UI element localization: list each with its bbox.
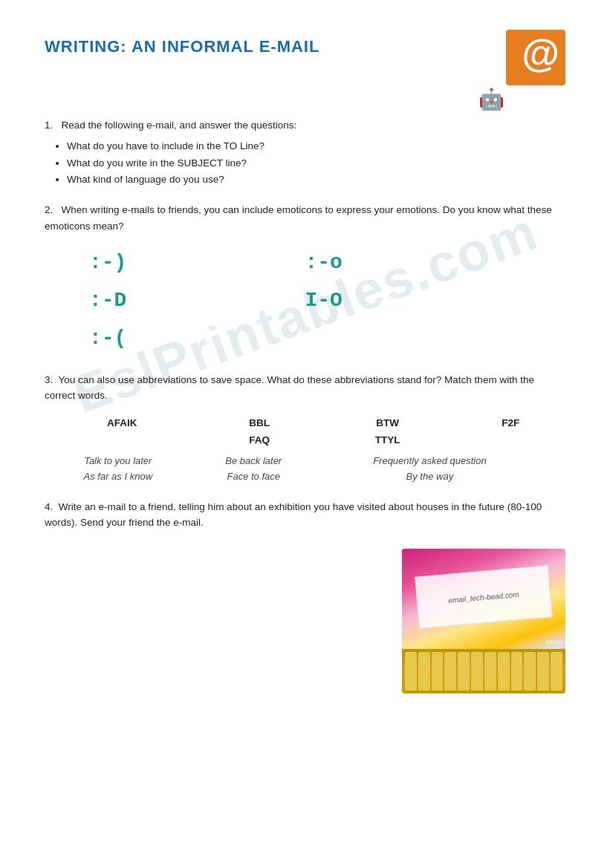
key-2 (418, 652, 430, 691)
key-7 (484, 652, 496, 691)
meanings-table: Talk to you later Be back later Frequent… (45, 453, 565, 484)
meaning-faq: Frequently asked question (316, 453, 544, 469)
emoticons-grid: :-) :-o :-D I-O :-( (89, 244, 521, 357)
abbrev-afaik: AFAIK (45, 414, 199, 431)
abbrev-row-1: AFAIK BBL BTW F2F (45, 414, 565, 431)
key-12 (551, 652, 562, 691)
cartoon-figure: 🤖 (478, 87, 504, 111)
meaning-empty2 (544, 469, 565, 484)
key-5 (458, 652, 470, 691)
abbrev-btw: BTW (319, 414, 456, 431)
emoticon-1: :-) (89, 244, 305, 281)
key-9 (511, 652, 523, 691)
section-4: 4. Write an e-mail to a friend, telling … (45, 499, 565, 531)
image-credit: fotolia (546, 639, 562, 645)
section-1: 1. Read the following e-mail, and answer… (45, 117, 565, 189)
meaning-empty (544, 453, 565, 469)
section4-content: Write an e-mail to a friend, telling him… (45, 501, 542, 529)
meaning-afaik: As far as I know (45, 469, 192, 484)
emoticon-placeholder (305, 319, 522, 357)
section1-text: 1. Read the following e-mail, and answer… (45, 117, 565, 134)
section2-number: 2. (45, 204, 53, 215)
email-photo: email_tech-bead.com foto (402, 549, 565, 694)
abbrev-empty2 (455, 431, 565, 448)
envelope-overlay: email_tech-bead.com (415, 565, 552, 628)
bottom-image-container: email_tech-bead.com foto (45, 549, 565, 694)
key-1 (405, 652, 417, 691)
emoticon-4: I-O (305, 281, 522, 319)
bullet-3: What kind of language do you use? (67, 172, 565, 189)
emoticon-5: :-( (89, 319, 305, 357)
section1-content: Read the following e-mail, and answer th… (62, 120, 297, 131)
image-caption: email_tech-bead.com (448, 590, 519, 604)
key-6 (471, 652, 483, 691)
abbrev-empty (45, 431, 199, 448)
section3-text: 3. You can also use abbreviations to sav… (45, 372, 565, 404)
meaning-btw: By the way (316, 469, 544, 484)
page-title: WRITING: AN INFORMAL E-MAIL (45, 37, 319, 56)
key-10 (524, 652, 536, 691)
abbrev-faq: FAQ (199, 431, 319, 448)
key-3 (432, 652, 444, 691)
abbrev-bbl: BBL (199, 414, 319, 431)
title-container: WRITING: AN INFORMAL E-MAIL (45, 30, 319, 56)
section4-number: 4. (45, 501, 53, 512)
key-8 (498, 652, 510, 691)
section2-text: 2. When writing e-mails to friends, you … (45, 202, 565, 234)
emoticon-3: :-D (89, 281, 305, 319)
bullet-1: What do you have to include in the TO Li… (67, 138, 565, 155)
meanings-row-1: Talk to you later Be back later Frequent… (45, 453, 565, 469)
key-11 (537, 652, 549, 691)
meanings-row-2: As far as I know Face to face By the way (45, 469, 565, 484)
bullet-2: What do you write in the SUBJECT line? (67, 155, 565, 172)
section2-content: When writing e-mails to friends, you can… (45, 204, 552, 232)
abbreviations-table: AFAIK BBL BTW F2F FAQ TTYL (45, 414, 565, 448)
meaning-bbl: Be back later (192, 453, 316, 469)
abbrev-f2f: F2F (455, 414, 565, 431)
section1-number: 1. (45, 120, 53, 131)
abbrev-row-2: FAQ TTYL (45, 431, 565, 448)
keyboard-area (402, 649, 565, 694)
section3-content: You can also use abbreviations to save s… (45, 374, 534, 402)
section3-number: 3. (45, 374, 53, 385)
meaning-f2f: Face to face (192, 469, 316, 484)
abbrev-ttyl: TTYL (319, 431, 456, 448)
meaning-ttyl: Talk to you later (45, 453, 192, 469)
key-4 (444, 652, 456, 691)
section1-bullets: What do you have to include in the TO Li… (67, 138, 565, 189)
section4-text: 4. Write an e-mail to a friend, telling … (45, 499, 565, 531)
email-photo-inner: email_tech-bead.com foto (402, 549, 565, 694)
section-3: 3. You can also use abbreviations to sav… (45, 372, 565, 484)
at-icon-container: @ 🤖 (499, 30, 565, 97)
page-header: WRITING: AN INFORMAL E-MAIL @ 🤖 (45, 30, 565, 97)
emoticon-2: :-o (305, 244, 522, 281)
section-2: 2. When writing e-mails to friends, you … (45, 202, 565, 356)
at-symbol: @ (522, 33, 559, 72)
